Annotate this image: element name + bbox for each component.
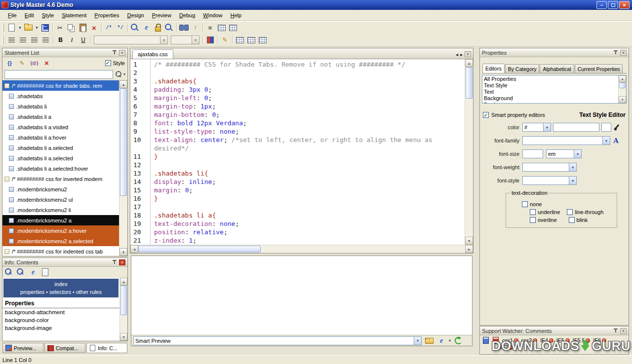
zoom-out-icon[interactable] [17, 268, 26, 277]
properties-list-item[interactable]: Border [482, 102, 618, 104]
tab-prev-button[interactable]: ◂ [456, 52, 458, 57]
bold-icon[interactable]: B [55, 35, 66, 45]
chevron-down-icon[interactable]: ▾ [569, 177, 576, 184]
menu-item[interactable]: Preview [148, 11, 175, 20]
tab-ajaxtabs-css[interactable]: ajaxtabs.css [132, 49, 173, 59]
statement-list-item[interactable]: /* ######### css for indented css tab [2, 246, 119, 256]
font-family-combo[interactable]: ▾ [522, 136, 610, 145]
code-text[interactable]: z-index: 1; [154, 236, 465, 245]
smart-editors-checkbox[interactable]: ✓ [483, 112, 489, 118]
code-text[interactable]: list-style-type: none; [154, 127, 465, 136]
scroll-up-button[interactable]: ▴ [120, 278, 127, 286]
statement-list-item[interactable]: .shadetabs li a:visited [2, 122, 119, 132]
code-text[interactable]: position: relative; [154, 228, 465, 236]
delete-icon[interactable]: × [88, 22, 100, 33]
code-text[interactable]: /* ######### CSS for Shade Tabs. Remove … [154, 60, 465, 69]
panel-close-button[interactable]: × [119, 259, 125, 265]
align-justify-icon[interactable] [40, 35, 51, 45]
toolbar-grip[interactable] [2, 36, 4, 44]
open-folder-dropdown-icon[interactable]: ▾ [34, 22, 40, 33]
scroll-left-button[interactable]: ◂ [130, 245, 138, 253]
search-dropdown-icon[interactable]: ▾ [123, 72, 125, 76]
menu-item[interactable]: Edit [21, 11, 38, 20]
color-swatch[interactable] [601, 123, 611, 132]
menu-item[interactable]: Debug [175, 11, 199, 20]
blink-checkbox[interactable] [569, 217, 575, 223]
uncomment-icon[interactable]: */ [115, 22, 126, 33]
zoom-in-icon[interactable] [5, 268, 14, 277]
code-text[interactable] [154, 69, 465, 77]
code-text[interactable]: } [154, 152, 465, 161]
pin-icon[interactable] [613, 328, 619, 334]
align-center-icon[interactable] [17, 35, 29, 45]
lock-icon[interactable] [152, 22, 163, 33]
line-through-checkbox[interactable] [567, 209, 573, 215]
preview-mode-combo[interactable]: Smart Preview ▾ [133, 336, 422, 345]
panel-close-button[interactable]: × [620, 50, 627, 56]
statement-list-item[interactable]: .shadetabs li a [2, 111, 119, 122]
code-lines[interactable]: 1/* ######### CSS for Shade Tabs. Remove… [130, 59, 465, 245]
scroll-thumb[interactable] [619, 82, 626, 88]
refresh-icon[interactable] [453, 336, 463, 345]
code-text[interactable]: margin-bottom: 0; [154, 110, 465, 119]
code-text[interactable]: } [154, 194, 465, 203]
properties-tab[interactable]: Current Properties [575, 64, 623, 73]
properties-tab[interactable]: Alphabetical [540, 64, 574, 73]
at-rule-icon[interactable]: {@} [29, 58, 40, 69]
properties-list-item[interactable]: Text [482, 89, 618, 95]
scroll-down-button[interactable]: ▾ [619, 96, 626, 103]
menu-item[interactable]: Help [226, 11, 245, 20]
statement-list-item[interactable]: .modernbricksmenu2 a:hover [2, 225, 119, 236]
menu-item[interactable]: File [4, 11, 21, 20]
statement-list-item[interactable]: /* ######### css for shade tabs. rem [2, 80, 119, 91]
statement-list-item[interactable]: .shadetabs li a:hover [2, 132, 119, 143]
chevron-down-icon[interactable]: ▾ [569, 163, 576, 171]
chevron-down-icon[interactable]: ▾ [543, 123, 551, 131]
menu-item[interactable]: Window [199, 11, 226, 20]
statement-scrollbar[interactable]: ▴ ▾ [119, 80, 127, 256]
chevron-down-icon[interactable]: ▾ [574, 150, 581, 158]
search-icon[interactable] [115, 71, 122, 78]
new-document-icon[interactable] [6, 22, 17, 33]
statement-list-item[interactable]: .modernbricksmenu2 [2, 184, 119, 194]
scroll-thumb[interactable] [120, 88, 127, 196]
font-name-combo[interactable]: ▾ [94, 36, 168, 44]
delete-statement-icon[interactable]: × [41, 58, 52, 69]
info-list-item[interactable]: background-image [2, 324, 119, 332]
copy-icon[interactable] [66, 22, 77, 33]
code-text[interactable]: margin-top: 1px; [154, 102, 465, 110]
comment-doc-icon[interactable] [482, 337, 489, 344]
new-document-dropdown-icon[interactable]: ▾ [17, 22, 23, 33]
statement-list-toggle-icon[interactable]: ≡ [204, 22, 216, 33]
comment-icon[interactable]: /* [103, 22, 115, 33]
info-scrollbar[interactable]: ▴ ▾ [119, 278, 127, 341]
font-picker-icon[interactable]: A [613, 137, 619, 145]
scroll-up-button[interactable]: ▴ [119, 80, 127, 88]
paste-icon[interactable] [77, 22, 88, 33]
menu-item[interactable]: Statement [58, 11, 90, 20]
pin-icon[interactable] [613, 50, 619, 56]
properties-tab[interactable]: By Category [505, 64, 540, 73]
doc-tab[interactable]: Info: C... [86, 343, 127, 353]
cut-icon[interactable]: ✂ [54, 22, 66, 33]
scroll-down-button[interactable]: ▾ [120, 333, 127, 341]
align-left-icon[interactable] [6, 35, 17, 45]
code-text[interactable]: .shadetabs li a{ [154, 211, 465, 219]
doc-tab[interactable]: Compat... [44, 343, 85, 353]
pin-icon[interactable] [112, 259, 118, 265]
code-text[interactable]: text-align: center; /*set to left, cente… [154, 136, 465, 152]
statement-list-item[interactable]: .modernbricksmenu2 a [2, 215, 119, 225]
statement-list-item[interactable]: .shadetabs [2, 91, 119, 101]
table-icon[interactable] [234, 35, 245, 45]
scroll-thumb[interactable] [120, 286, 127, 315]
scroll-up-button[interactable]: ▴ [465, 59, 473, 67]
font-weight-combo[interactable]: ▾ [522, 163, 577, 172]
info-list-item[interactable]: background-attachment [2, 308, 119, 316]
open-folder-icon[interactable] [424, 336, 434, 345]
statement-list-item[interactable]: /* ######### css for inverted modern [2, 174, 119, 184]
pin-icon[interactable] [112, 50, 118, 56]
panel-close-button[interactable]: × [119, 50, 125, 56]
scroll-thumb[interactable] [138, 246, 261, 253]
design-pen-icon[interactable]: ✎ [219, 35, 231, 45]
none-checkbox[interactable] [522, 201, 528, 207]
